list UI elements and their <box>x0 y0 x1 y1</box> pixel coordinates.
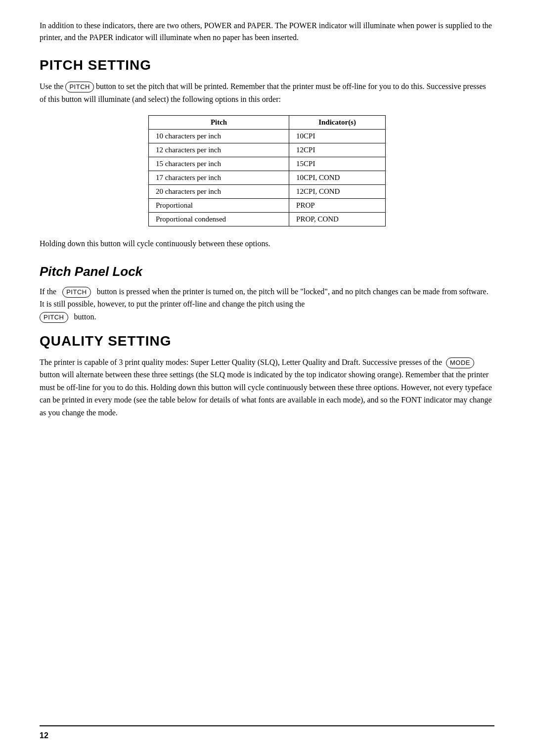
pitch-button-inline: PITCH <box>65 82 94 92</box>
pitch-setting-body: button to set the pitch that will be pri… <box>40 82 486 103</box>
pitch-setting-title: PITCH SETTING <box>40 57 494 73</box>
page-number: 12 <box>40 731 48 740</box>
table-row: 17 characters per inch10CPI, COND <box>149 171 386 185</box>
table-row: Proportional condensedPROP, COND <box>149 213 386 226</box>
pitch-cell: 12 characters per inch <box>149 143 289 157</box>
pitch-panel-lock-body: button is pressed when the printer is tu… <box>40 287 489 309</box>
pitch-button-lock-inline: PITCH <box>62 287 91 298</box>
pitch-cell: 10 characters per inch <box>149 130 289 143</box>
col-indicator-header: Indicator(s) <box>289 116 386 130</box>
if-the-text: If the <box>40 287 56 296</box>
pitch-button-lock-inline2: PITCH <box>40 312 68 323</box>
intro-paragraph: In addition to these indicators, there a… <box>40 20 494 44</box>
table-row: 20 characters per inch12CPI, COND <box>149 185 386 199</box>
use-the-text: Use the <box>40 82 63 90</box>
pitch-cell: 17 characters per inch <box>149 171 289 185</box>
pitch-cell: 15 characters per inch <box>149 157 289 171</box>
mode-button-inline: MODE <box>446 357 474 368</box>
indicator-cell: PROP <box>289 199 386 213</box>
pitch-table: Pitch Indicator(s) 10 characters per inc… <box>148 115 386 226</box>
table-row: 12 characters per inch12CPI <box>149 143 386 157</box>
pitch-panel-lock-paragraph: If the PITCH button is pressed when the … <box>40 285 494 323</box>
quality-setting-title: QUALITY SETTING <box>40 333 494 349</box>
indicator-cell: 10CPI <box>289 130 386 143</box>
pitch-cell: 20 characters per inch <box>149 185 289 199</box>
indicator-cell: PROP, COND <box>289 213 386 226</box>
table-row: 10 characters per inch10CPI <box>149 130 386 143</box>
pitch-cell: Proportional condensed <box>149 213 289 226</box>
table-row: 15 characters per inch15CPI <box>149 157 386 171</box>
pitch-panel-lock-title: Pitch Panel Lock <box>40 264 494 279</box>
pitch-cell: Proportional <box>149 199 289 213</box>
indicator-cell: 15CPI <box>289 157 386 171</box>
pitch-table-wrapper: Pitch Indicator(s) 10 characters per inc… <box>40 115 494 226</box>
table-header-row: Pitch Indicator(s) <box>149 116 386 130</box>
pitch-panel-lock-end: button. <box>74 312 96 321</box>
quality-setting-paragraph: The printer is capable of 3 print qualit… <box>40 356 494 419</box>
indicator-cell: 12CPI <box>289 143 386 157</box>
col-pitch-header: Pitch <box>149 116 289 130</box>
indicator-cell: 10CPI, COND <box>289 171 386 185</box>
table-row: ProportionalPROP <box>149 199 386 213</box>
pitch-setting-paragraph: Use the PITCH button to set the pitch th… <box>40 80 494 105</box>
indicator-cell: 12CPI, COND <box>289 185 386 199</box>
cycle-text: Holding down this button will cycle cont… <box>40 237 494 250</box>
footer-divider <box>40 725 494 726</box>
